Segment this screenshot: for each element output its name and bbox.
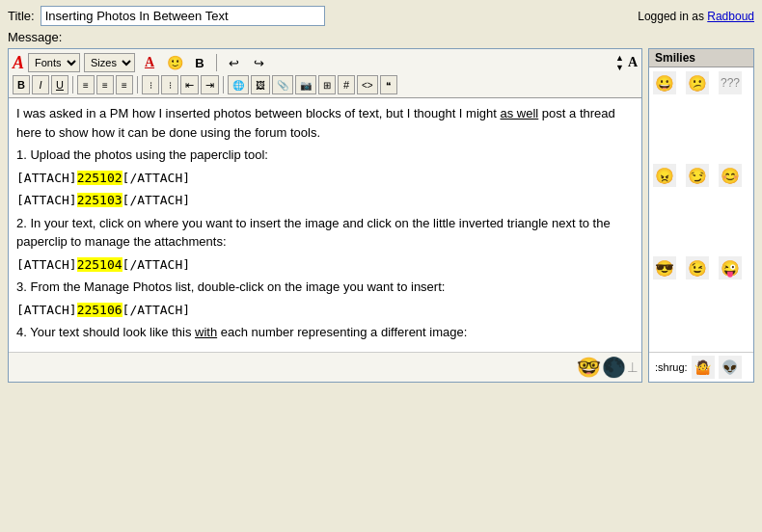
code-btn[interactable]: <> bbox=[357, 75, 378, 94]
smiley-7[interactable]: 😎 bbox=[653, 256, 676, 279]
alien-icon[interactable]: 👽 bbox=[719, 356, 742, 379]
separator4 bbox=[223, 76, 224, 93]
smilies-grid: 😀 😕 ??? 😠 😏 😊 😎 😉 😜 bbox=[649, 67, 753, 352]
step4: 4. Your text should look like this with … bbox=[16, 323, 634, 342]
paragraph1: I was asked in a PM how I inserted photo… bbox=[16, 104, 634, 142]
attach4-line: [ATTACH]225106[/ATTACH] bbox=[16, 301, 634, 320]
attach3-tag: [ATTACH]225104[/ATTACH] bbox=[16, 257, 190, 272]
shrug-label: :shrug: bbox=[655, 361, 688, 373]
smiley-9[interactable]: 😜 bbox=[719, 256, 742, 279]
smilies-footer: :shrug: 🤷 👽 bbox=[649, 352, 753, 382]
attach4-num: 225106 bbox=[77, 303, 122, 317]
hr-btn[interactable]: # bbox=[338, 75, 355, 94]
bold-button[interactable]: B bbox=[13, 75, 30, 94]
align-right-btn[interactable]: ≡ bbox=[116, 75, 133, 94]
title-label: Title: bbox=[8, 9, 35, 23]
editor-main: A Fonts Sizes A 🙂 B ↩ ↪ bbox=[8, 48, 642, 383]
attach3-num: 225104 bbox=[77, 257, 122, 272]
user-link[interactable]: Radboud bbox=[707, 10, 754, 23]
footer-emoji2[interactable]: 🌑 bbox=[603, 357, 624, 378]
scroll-down-icon[interactable]: ▼ bbox=[615, 63, 624, 72]
separator2 bbox=[72, 76, 73, 93]
smiley-3[interactable]: ??? bbox=[719, 71, 742, 94]
attach3-line: [ATTACH]225104[/ATTACH] bbox=[16, 255, 634, 275]
attach1-num: 225102 bbox=[77, 171, 122, 185]
shrug-icon[interactable]: 🤷 bbox=[692, 356, 715, 379]
logged-in-label: Logged in as Radboud bbox=[638, 10, 754, 23]
bold-btn[interactable]: B bbox=[189, 52, 210, 73]
image-btn[interactable]: 🖼 bbox=[251, 75, 270, 94]
step2: 2. In your text, click on where you want… bbox=[16, 214, 634, 252]
font-format-icon: A bbox=[13, 53, 24, 73]
editor-area: A Fonts Sizes A 🙂 B ↩ ↪ bbox=[8, 48, 754, 383]
smiley-1[interactable]: 😀 bbox=[653, 71, 676, 94]
resize-corner[interactable]: ⟂ bbox=[628, 359, 638, 375]
page-wrapper: Title: Logged in as Radboud Message: A F… bbox=[0, 0, 762, 532]
quote-btn[interactable]: ❝ bbox=[380, 75, 397, 94]
toolbar-row1: A Fonts Sizes A 🙂 B ↩ ↪ bbox=[13, 52, 638, 73]
outdent-btn[interactable]: ⇤ bbox=[180, 75, 199, 94]
underline-with: with bbox=[195, 325, 217, 339]
attach1-tag: [ATTACH]225102[/ATTACH] bbox=[16, 171, 190, 185]
attach-btn[interactable]: 📎 bbox=[272, 75, 293, 94]
step1: 1. Upload the photos using the paperclip… bbox=[16, 146, 634, 165]
smiley-5[interactable]: 😏 bbox=[686, 164, 709, 187]
editor-content[interactable]: I was asked in a PM how I inserted photo… bbox=[9, 98, 641, 352]
link-btn[interactable]: 🌐 bbox=[228, 75, 249, 94]
attach1-line: [ATTACH]225102[/ATTACH] bbox=[16, 169, 634, 188]
step3: 3. From the Manage Photos list, double-c… bbox=[16, 278, 634, 297]
smilies-header: Smilies bbox=[649, 49, 753, 67]
align-left-btn[interactable]: ≡ bbox=[77, 75, 95, 94]
attach2-num: 225103 bbox=[77, 193, 122, 207]
top-bar: Title: Logged in as Radboud bbox=[8, 6, 754, 26]
italic-button[interactable]: I bbox=[32, 75, 49, 94]
title-section: Title: bbox=[8, 6, 325, 26]
undo-btn[interactable]: ↩ bbox=[223, 52, 244, 73]
smiley-6[interactable]: 😊 bbox=[719, 164, 742, 187]
footer-emoji1[interactable]: 🤓 bbox=[578, 357, 599, 378]
list-ul-btn[interactable]: ⁝ bbox=[142, 75, 159, 94]
smilies-panel: Smilies 😀 😕 ??? 😠 😏 😊 😎 😉 😜 :shrug: 🤷 👽 bbox=[648, 48, 754, 383]
underline-as-well: as well bbox=[501, 106, 539, 120]
toolbar-row2: B I U ≡ ≡ ≡ ⁝ ⁝ ⇤ ⇥ 🌐 🖼 📎 bbox=[13, 75, 638, 94]
attach2-line: [ATTACH]225103[/ATTACH] bbox=[16, 191, 634, 210]
message-label: Message: bbox=[8, 30, 754, 44]
title-input[interactable] bbox=[41, 6, 325, 26]
smiley-btn[interactable]: 🙂 bbox=[164, 52, 185, 73]
separator3 bbox=[137, 76, 138, 93]
smiley-8[interactable]: 😉 bbox=[686, 256, 709, 279]
underline-button[interactable]: U bbox=[51, 75, 68, 94]
redo-btn[interactable]: ↪ bbox=[248, 52, 269, 73]
list-ol-btn[interactable]: ⁝ bbox=[161, 75, 178, 94]
scroll-up-icon[interactable]: ▲ bbox=[615, 53, 624, 63]
smiley-2[interactable]: 😕 bbox=[686, 71, 709, 94]
font-select[interactable]: Fonts bbox=[28, 53, 80, 72]
media-btn[interactable]: 📷 bbox=[295, 75, 316, 94]
toolbar: A Fonts Sizes A 🙂 B ↩ ↪ bbox=[9, 49, 641, 98]
smiley-4[interactable]: 😠 bbox=[653, 164, 676, 187]
attach4-tag: [ATTACH]225106[/ATTACH] bbox=[16, 303, 190, 317]
indent-btn[interactable]: ⇥ bbox=[201, 75, 219, 94]
attach2-tag: [ATTACH]225103[/ATTACH] bbox=[16, 193, 190, 207]
align-center-btn[interactable]: ≡ bbox=[96, 75, 114, 94]
size-select[interactable]: Sizes bbox=[84, 53, 135, 72]
font-size-icon: A bbox=[628, 55, 638, 70]
color-btn[interactable]: A bbox=[139, 52, 160, 73]
editor-footer: 🤓 🌑 ⟂ bbox=[9, 352, 641, 382]
table-btn[interactable]: ⊞ bbox=[318, 75, 336, 94]
separator1 bbox=[216, 54, 217, 71]
